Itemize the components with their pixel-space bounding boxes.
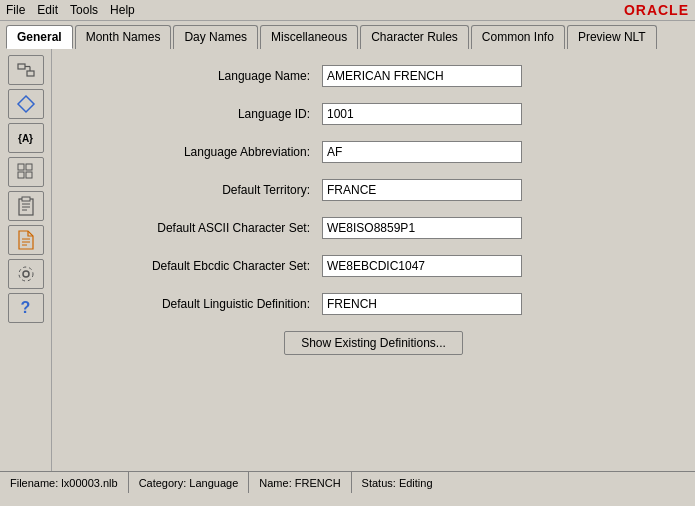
- tab-day-names[interactable]: Day Names: [173, 25, 258, 49]
- input-language-abbr[interactable]: [322, 141, 522, 163]
- svg-rect-10: [22, 197, 30, 201]
- oracle-logo: ORACLE: [624, 2, 689, 18]
- variable-icon: {A}: [18, 133, 33, 144]
- menu-edit[interactable]: Edit: [37, 3, 58, 17]
- input-ebcdic-charset[interactable]: [322, 255, 522, 277]
- tab-month-names[interactable]: Month Names: [75, 25, 172, 49]
- toolbar-help-btn[interactable]: ?: [8, 293, 44, 323]
- content-area: Language Name: Language ID: Language Abb…: [52, 49, 695, 471]
- form-row-ebcdic-charset: Default Ebcdic Character Set:: [92, 255, 655, 277]
- input-linguistic-def[interactable]: [322, 293, 522, 315]
- status-filename: Filename: lx00003.nlb: [0, 472, 129, 493]
- toolbar-diamond-btn[interactable]: [8, 89, 44, 119]
- form-row-ascii-charset: Default ASCII Character Set:: [92, 217, 655, 239]
- input-ascii-charset[interactable]: [322, 217, 522, 239]
- input-territory[interactable]: [322, 179, 522, 201]
- svg-rect-1: [27, 71, 34, 76]
- tab-general[interactable]: General: [6, 25, 73, 49]
- menu-items: File Edit Tools Help: [6, 3, 135, 17]
- form-row-language-id: Language ID:: [92, 103, 655, 125]
- toolbar-variable-btn[interactable]: {A}: [8, 123, 44, 153]
- help-icon: ?: [21, 299, 31, 317]
- statusbar: Filename: lx00003.nlb Category: Language…: [0, 471, 695, 493]
- menubar: File Edit Tools Help ORACLE: [0, 0, 695, 21]
- form-row-language-abbr: Language Abbreviation:: [92, 141, 655, 163]
- label-linguistic-def: Default Linguistic Definition:: [92, 297, 322, 311]
- svg-rect-0: [18, 64, 25, 69]
- input-language-name[interactable]: [322, 65, 522, 87]
- svg-rect-6: [26, 164, 32, 170]
- input-language-id[interactable]: [322, 103, 522, 125]
- main-layout: {A}: [0, 49, 695, 471]
- menu-help[interactable]: Help: [110, 3, 135, 17]
- svg-point-19: [19, 267, 33, 281]
- svg-rect-8: [26, 172, 32, 178]
- svg-rect-5: [18, 164, 24, 170]
- svg-point-18: [23, 271, 29, 277]
- label-territory: Default Territory:: [92, 183, 322, 197]
- svg-marker-14: [19, 231, 33, 249]
- label-language-name: Language Name:: [92, 69, 322, 83]
- toolbar-grid-btn[interactable]: [8, 157, 44, 187]
- tab-character-rules[interactable]: Character Rules: [360, 25, 469, 49]
- tabbar: General Month Names Day Names Miscellane…: [0, 21, 695, 49]
- clipboard-icon: [17, 196, 35, 216]
- label-ebcdic-charset: Default Ebcdic Character Set:: [92, 259, 322, 273]
- status-name: Name: FRENCH: [249, 472, 351, 493]
- svg-marker-4: [18, 96, 34, 112]
- menu-file[interactable]: File: [6, 3, 25, 17]
- show-existing-btn[interactable]: Show Existing Definitions...: [284, 331, 463, 355]
- connect-icon: [16, 60, 36, 80]
- document-icon: [18, 230, 34, 250]
- label-ascii-charset: Default ASCII Character Set:: [92, 221, 322, 235]
- label-language-id: Language ID:: [92, 107, 322, 121]
- settings-icon: [16, 264, 36, 284]
- tab-miscellaneous[interactable]: Miscellaneous: [260, 25, 358, 49]
- toolbar-clipboard-btn[interactable]: [8, 191, 44, 221]
- menu-tools[interactable]: Tools: [70, 3, 98, 17]
- status-category: Category: Language: [129, 472, 250, 493]
- svg-rect-7: [18, 172, 24, 178]
- tab-preview-nlt[interactable]: Preview NLT: [567, 25, 657, 49]
- toolbar-document-btn[interactable]: [8, 225, 44, 255]
- tab-common-info[interactable]: Common Info: [471, 25, 565, 49]
- toolbar-settings-btn[interactable]: [8, 259, 44, 289]
- form-row-territory: Default Territory:: [92, 179, 655, 201]
- form-row-language-name: Language Name:: [92, 65, 655, 87]
- form-row-linguistic-def: Default Linguistic Definition:: [92, 293, 655, 315]
- toolbar-connect-btn[interactable]: [8, 55, 44, 85]
- left-toolbar: {A}: [0, 49, 52, 471]
- grid-icon: [17, 163, 35, 181]
- status-editing: Status: Editing: [352, 472, 443, 493]
- label-language-abbr: Language Abbreviation:: [92, 145, 322, 159]
- diamond-icon: [16, 94, 36, 114]
